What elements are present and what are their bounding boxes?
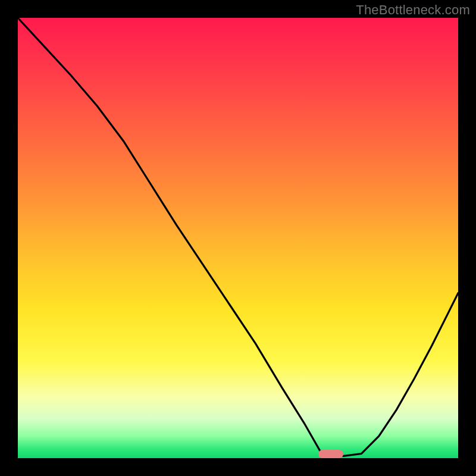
optimum-marker bbox=[318, 450, 343, 458]
watermark-text: TheBottleneck.com bbox=[356, 2, 470, 18]
plot-area bbox=[18, 18, 458, 458]
bottleneck-curve bbox=[18, 18, 458, 458]
chart-frame: TheBottleneck.com bbox=[0, 0, 476, 476]
